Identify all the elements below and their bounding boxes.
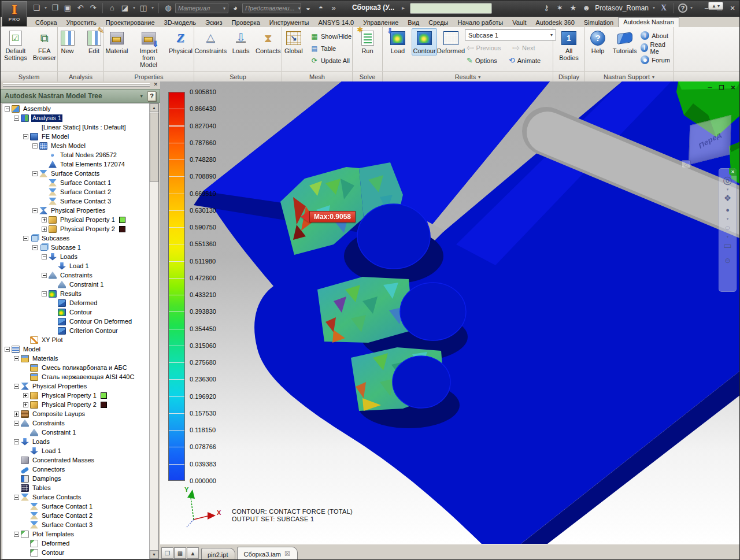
expand-icon[interactable] <box>23 393 28 398</box>
steering-wheel-icon[interactable]: ◎ <box>723 176 732 185</box>
panel-header[interactable]: Autodesk Nastran Model Tree ▾ ? <box>1 89 160 103</box>
contour-button[interactable]: Contour <box>412 28 437 55</box>
tree-item[interactable]: Total Elements 172074 <box>2 160 149 169</box>
tree-item[interactable]: Constraint 1 <box>2 280 149 289</box>
tree-item[interactable]: Criterion Contour <box>2 326 149 335</box>
ribbon-tab[interactable]: Autodesk Nastran <box>618 17 679 27</box>
fea-browser-button[interactable]: ⧉ FEA Browser <box>32 28 57 62</box>
user-icon[interactable]: ☻ <box>580 2 592 14</box>
tree-item[interactable]: Total Nodes 296572 <box>2 150 149 160</box>
application-menu-button[interactable]: I PRO <box>2 1 27 27</box>
sign-in-key-icon[interactable]: ⚷ <box>541 2 552 14</box>
ribbon-tab[interactable]: ANSYS 14.0 <box>313 18 358 27</box>
collapse-icon[interactable] <box>14 116 19 121</box>
scroll-down-icon[interactable]: ▼ <box>150 550 158 559</box>
ribbon-tab[interactable]: Autodesk 360 <box>531 18 579 27</box>
collapse-icon[interactable] <box>32 143 38 149</box>
max-value-flag[interactable]: Max:0.9058 <box>301 211 356 222</box>
tree-item[interactable]: Surface Contacts <box>2 492 149 502</box>
visibility-dropdown-icon[interactable]: ▾ <box>150 2 155 14</box>
new-document-icon[interactable]: ❏ <box>31 2 42 14</box>
ribbon-tab[interactable]: Начало работы <box>453 18 508 27</box>
default-settings-button[interactable]: ☑ Default Settings <box>1 28 31 62</box>
group-label-nastran-support[interactable]: Nastran Support▾ <box>585 72 674 82</box>
tree-item[interactable]: Physical Property 1 <box>2 391 149 400</box>
panel-help-button[interactable]: ? <box>147 91 156 101</box>
document-tab-pin2[interactable]: pin2.ipt <box>201 548 235 560</box>
subcase-select[interactable]: Subcase 1 ▾ <box>465 29 556 40</box>
view-cube[interactable]: Перед ⌂ <box>683 116 736 169</box>
tree-item[interactable]: Surface Contact 1 <box>2 502 149 511</box>
toolbar-overflow-icon[interactable]: » <box>328 2 339 14</box>
save-icon[interactable]: ▣ <box>62 2 73 14</box>
tutorials-button[interactable]: Tutorials <box>612 28 638 55</box>
tree-item[interactable]: XY Plot <box>2 335 149 344</box>
tree-scrollbar[interactable]: ▲ ▼ <box>149 103 158 559</box>
ribbon-tab[interactable]: Упростить <box>62 18 101 27</box>
ribbon-tab[interactable]: 3D-модель <box>160 18 201 27</box>
document-tab-sborka3[interactable]: Сборка3.iam ☒ <box>237 547 297 560</box>
look-at-icon[interactable]: ▭ <box>723 241 731 250</box>
chevron-down-icon[interactable]: ▾ <box>727 187 729 191</box>
ribbon-tab[interactable]: Vault <box>508 18 531 27</box>
appearance-globe-icon[interactable]: ◍ <box>162 2 174 14</box>
panel-grip[interactable]: ✕ <box>1 81 160 89</box>
zoom-icon[interactable]: ● <box>726 205 730 214</box>
document-minimize-button[interactable]: ─ <box>706 84 714 91</box>
view-cube-face[interactable]: Перед <box>689 115 731 165</box>
tree-item[interactable]: Constraints <box>2 418 149 428</box>
favorites-star-icon[interactable]: ★ <box>567 2 579 14</box>
filter-off-icon[interactable]: ◓ <box>315 2 327 14</box>
group-label-results[interactable]: Results▾ <box>383 72 553 82</box>
expand-icon[interactable] <box>23 402 28 407</box>
navbar-close-icon[interactable]: ✕ <box>729 168 737 176</box>
tree-item[interactable]: Composite Layups <box>2 409 149 418</box>
tree-item[interactable]: Contour On Deformed <box>2 317 149 326</box>
read-me-button[interactable]: i Read Me <box>639 42 673 53</box>
orbit-icon[interactable]: ◌ <box>725 223 730 232</box>
color-wheel-icon[interactable]: ◕ <box>230 2 241 14</box>
animate-button[interactable]: ⟲ Animate <box>507 55 542 66</box>
mesh-table-button[interactable]: ▤ Table <box>309 43 353 54</box>
tree-item[interactable]: Physical Properties <box>2 206 149 215</box>
document-close-button[interactable]: ✕ <box>729 84 737 91</box>
tile-windows-icon[interactable]: ▦ <box>174 547 186 559</box>
expand-tabs-icon[interactable]: ▲ <box>187 547 199 559</box>
document-restore-button[interactable]: ❐ <box>717 84 726 91</box>
open-icon[interactable]: ❐ <box>49 2 61 14</box>
tree-item[interactable]: Surface Contact 2 <box>2 511 149 520</box>
ribbon-tab[interactable]: Проверка <box>227 18 265 27</box>
collapse-icon[interactable] <box>14 421 19 426</box>
expand-icon[interactable] <box>42 227 47 232</box>
expand-icon[interactable] <box>42 217 47 222</box>
tree-item[interactable]: Subcase 1 <box>2 243 149 252</box>
collapse-icon[interactable] <box>42 291 47 296</box>
ribbon-tab[interactable]: Сборка <box>31 18 62 27</box>
tree-item[interactable]: [Linear Static] [Units : Default] <box>2 123 149 132</box>
collapse-icon[interactable] <box>14 439 19 444</box>
tree-item[interactable]: FE Model <box>2 132 149 141</box>
tree-item[interactable]: Deformed <box>2 539 149 548</box>
ribbon-tab[interactable]: Среды <box>424 18 453 27</box>
collapse-icon[interactable] <box>32 245 38 250</box>
tree-item[interactable]: Deformed <box>2 298 149 307</box>
model-scene[interactable]: Y X <box>160 81 740 544</box>
tree-item[interactable]: Physical Property 1 <box>2 215 149 224</box>
deformed-button[interactable]: Deformed <box>438 28 464 55</box>
physical-button[interactable]: Z Physical <box>168 28 194 55</box>
material-dropdown[interactable]: Материал ▾ <box>175 3 228 13</box>
tree-item[interactable]: Contour <box>2 307 149 317</box>
ribbon-tab[interactable]: Вид <box>403 18 424 27</box>
representation-dropdown[interactable]: Представлени... ▾ <box>242 3 301 13</box>
tree-item[interactable]: Analysis 1 <box>2 113 149 123</box>
new-dropdown-icon[interactable]: ▾ <box>43 2 48 14</box>
edit-analysis-button[interactable]: Edit <box>82 28 107 55</box>
material-button[interactable]: Material <box>104 28 130 55</box>
contacts-button[interactable]: ⧗ Contacts <box>255 28 282 55</box>
tree-item[interactable]: Materials <box>2 354 149 363</box>
expand-icon[interactable] <box>14 411 19 417</box>
import-from-model-button[interactable]: Import from Model <box>131 28 166 69</box>
update-all-mesh-button[interactable]: ⟳ Update All <box>309 55 353 66</box>
tree-item[interactable]: Plot Templates <box>2 529 149 539</box>
global-mesh-button[interactable]: ↘ Global <box>281 28 306 55</box>
